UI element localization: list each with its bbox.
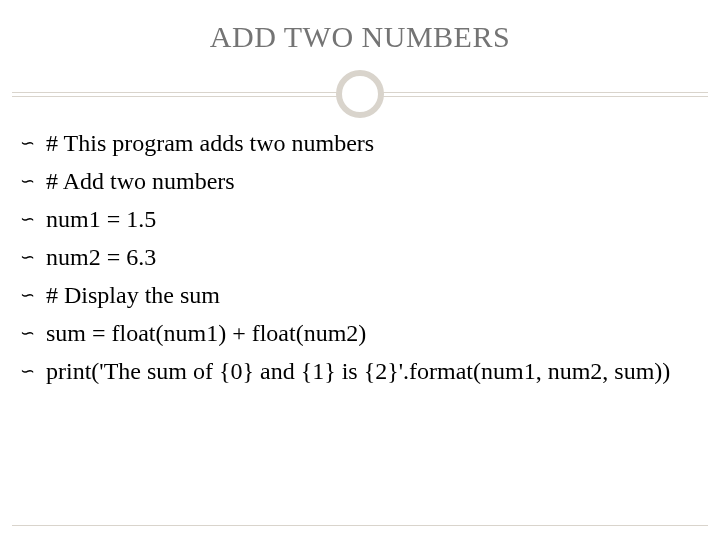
bullet-icon: ∽ (18, 278, 46, 312)
divider-ring-icon (336, 70, 384, 118)
list-item-text: sum = float(num1) + float(num2) (46, 316, 702, 350)
bullet-icon: ∽ (18, 240, 46, 274)
bullet-icon: ∽ (18, 202, 46, 236)
bullet-icon: ∽ (18, 164, 46, 198)
content-area: ∽ # This program adds two numbers ∽ # Ad… (18, 126, 702, 392)
list-item-text: num1 = 1.5 (46, 202, 702, 236)
list-item: ∽ # Display the sum (18, 278, 702, 312)
list-item-text: # This program adds two numbers (46, 126, 702, 160)
list-item: ∽ # This program adds two numbers (18, 126, 702, 160)
list-item-text: print('The sum of {0} and {1} is {2}'.fo… (46, 354, 702, 388)
list-item: ∽ num1 = 1.5 (18, 202, 702, 236)
bullet-icon: ∽ (18, 354, 46, 388)
list-item: ∽ # Add two numbers (18, 164, 702, 198)
bullet-icon: ∽ (18, 316, 46, 350)
slide-title: ADD TWO NUMBERS (0, 20, 720, 54)
list-item-text: # Add two numbers (46, 164, 702, 198)
bullet-icon: ∽ (18, 126, 46, 160)
slide: ADD TWO NUMBERS ∽ # This program adds tw… (0, 0, 720, 540)
list-item-text: num2 = 6.3 (46, 240, 702, 274)
bottom-divider (12, 525, 708, 526)
list-item-text: # Display the sum (46, 278, 702, 312)
title-divider (0, 74, 720, 114)
list-item: ∽ sum = float(num1) + float(num2) (18, 316, 702, 350)
list-item: ∽ num2 = 6.3 (18, 240, 702, 274)
list-item: ∽ print('The sum of {0} and {1} is {2}'.… (18, 354, 702, 388)
